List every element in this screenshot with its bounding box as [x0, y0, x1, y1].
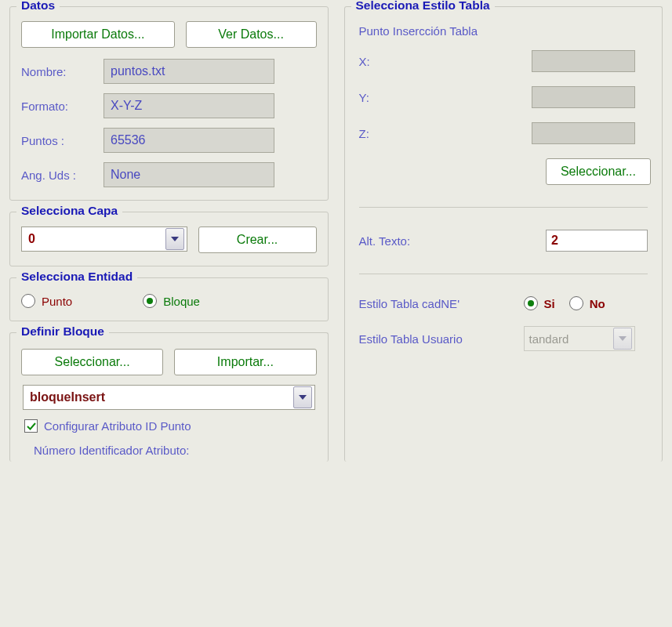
- radio-punto-label: Punto: [42, 295, 72, 308]
- bloque-combo[interactable]: bloqueInsert: [23, 385, 315, 410]
- z-value: [532, 122, 635, 144]
- seleccionar-bloque-button[interactable]: Seleccionar...: [21, 349, 163, 375]
- ver-datos-button[interactable]: Ver Datos...: [186, 21, 317, 48]
- bloque-title: Definir Bloque: [16, 324, 109, 339]
- radio-no[interactable]: No: [569, 296, 605, 310]
- capa-combo-value: 0: [22, 232, 163, 246]
- capa-title: Selecciona Capa: [16, 204, 122, 218]
- y-value: [532, 86, 635, 108]
- x-label: X:: [359, 55, 532, 68]
- y-label: Y:: [359, 91, 532, 104]
- estilo-usuario-value: tandard: [525, 332, 611, 346]
- config-atributo-label: Configurar Atributo ID Punto: [44, 419, 191, 433]
- bloque-combo-value: bloqueInsert: [24, 390, 291, 404]
- chevron-down-icon[interactable]: [293, 386, 312, 408]
- puntos-label: Puntos :: [21, 134, 104, 147]
- ang-label: Ang. Uds :: [21, 169, 104, 182]
- radio-icon: [143, 294, 157, 308]
- formato-value: X-Y-Z: [104, 93, 274, 118]
- tabla-group: Selecciona Estilo Tabla Punto Insercción…: [344, 6, 663, 462]
- ang-value: None: [104, 162, 274, 187]
- radio-si[interactable]: Si: [524, 296, 555, 310]
- radio-no-label: No: [590, 297, 605, 310]
- divider: [359, 274, 648, 274]
- seleccionar-tabla-button[interactable]: Seleccionar...: [546, 158, 651, 185]
- divider: [359, 207, 648, 208]
- capa-combo[interactable]: 0: [21, 227, 187, 252]
- num-identificador-label: Número Identificador Atributo:: [34, 444, 317, 457]
- entidad-group: Selecciona Entidad Punto Bloque: [9, 277, 329, 321]
- z-label: Z:: [359, 127, 532, 140]
- chevron-down-icon[interactable]: [165, 228, 184, 250]
- x-value: [532, 50, 635, 72]
- importar-datos-button[interactable]: Importar Datos...: [21, 21, 175, 48]
- alt-texto-input[interactable]: [546, 230, 648, 252]
- tabla-title: Selecciona Estilo Tabla: [351, 0, 495, 13]
- radio-icon: [569, 296, 583, 310]
- puntos-value: 65536: [104, 128, 274, 153]
- estilo-usuario-label: Estilo Tabla Usuario: [359, 332, 516, 346]
- crear-capa-button[interactable]: Crear...: [198, 227, 317, 253]
- radio-icon: [524, 296, 538, 310]
- bloque-group: Definir Bloque Seleccionar... Importar..…: [9, 332, 329, 462]
- estilo-cadne-label: Estilo Tabla cadNE': [359, 297, 516, 310]
- radio-punto[interactable]: Punto: [21, 294, 72, 308]
- radio-si-label: Si: [544, 297, 555, 310]
- alt-texto-label: Alt. Texto:: [359, 234, 547, 248]
- datos-group: Datos Importar Datos... Ver Datos... Nom…: [9, 6, 329, 201]
- formato-label: Formato:: [21, 100, 104, 113]
- config-atributo-checkbox[interactable]: [24, 419, 38, 433]
- nombre-value: puntos.txt: [104, 59, 274, 84]
- datos-title: Datos: [16, 0, 60, 13]
- radio-bloque[interactable]: Bloque: [143, 294, 200, 308]
- radio-bloque-label: Bloque: [163, 295, 200, 308]
- capa-group: Selecciona Capa 0 Crear...: [9, 212, 329, 266]
- estilo-usuario-combo: tandard: [524, 326, 635, 351]
- nombre-label: Nombre:: [21, 65, 104, 78]
- punto-ins-label: Punto Insercción Tabla: [359, 24, 652, 38]
- entidad-title: Selecciona Entidad: [16, 270, 137, 284]
- importar-bloque-button[interactable]: Importar...: [174, 349, 316, 375]
- chevron-down-icon: [613, 328, 632, 350]
- radio-icon: [21, 294, 35, 308]
